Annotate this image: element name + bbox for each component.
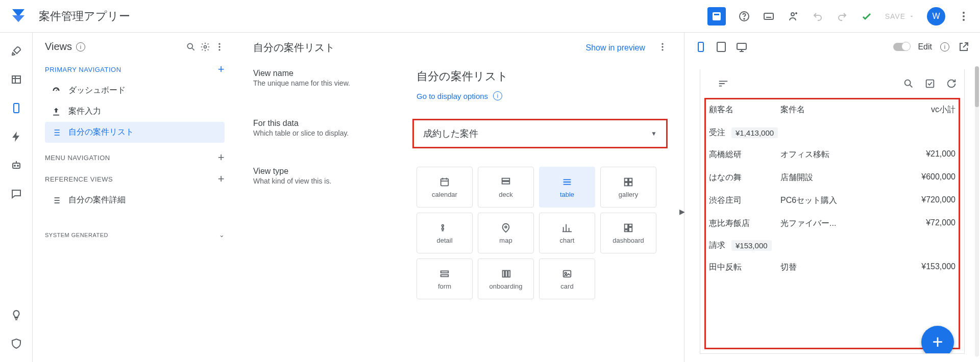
chat-icon[interactable] — [10, 188, 22, 200]
expand-chevron-icon[interactable]: ▶ — [679, 208, 685, 216]
data-icon[interactable] — [10, 73, 22, 86]
svg-rect-37 — [441, 274, 449, 276]
search-icon[interactable] — [186, 42, 196, 52]
app-title: 案件管理アプリー — [39, 9, 130, 24]
gear-icon[interactable] — [200, 42, 210, 52]
add-icon[interactable]: + — [218, 151, 225, 164]
scrollbar[interactable] — [975, 66, 979, 357]
group-amount: ¥1,413,000 — [731, 127, 778, 138]
viewtype-dashboard[interactable]: dashboard — [600, 213, 656, 253]
viewtype-table[interactable]: table — [539, 167, 595, 208]
info-icon[interactable]: i — [940, 42, 949, 51]
view-name-value[interactable]: 自分の案件リスト — [416, 69, 668, 84]
viewtype-deck[interactable]: deck — [478, 167, 534, 208]
table-row[interactable]: 田中反転切替¥153,000 — [709, 256, 955, 279]
group-row[interactable]: 請求 ¥153,000 — [709, 235, 955, 256]
info-icon[interactable]: i — [493, 91, 502, 100]
phone-preview: 顧客名 案件名 vc小計 受注 ¥1,413,000 高橋総研オフィス移転¥21… — [700, 69, 965, 354]
view-item-label: 案件入力 — [68, 106, 101, 117]
avatar[interactable]: W — [927, 7, 945, 25]
add-icon[interactable]: + — [218, 63, 225, 76]
view-item-dashboard[interactable]: ダッシュボード — [45, 80, 225, 101]
section-reference-views[interactable]: REFERENCE VIEWS + — [45, 172, 225, 186]
section-primary-nav[interactable]: PRIMARY NAVIGATION + — [45, 63, 225, 76]
left-rail — [0, 33, 33, 362]
viewtype-onboarding[interactable]: onboarding — [478, 258, 534, 299]
device-desktop-icon[interactable] — [736, 41, 748, 53]
viewtype-gallery[interactable]: gallery — [600, 167, 656, 208]
field-desc-view-name: The unique name for this view. — [253, 79, 416, 87]
viewtype-map[interactable]: map — [478, 213, 534, 253]
undo-icon[interactable] — [812, 10, 824, 22]
field-label-view-name: View name — [253, 69, 416, 78]
more-vert-icon[interactable] — [958, 10, 970, 22]
open-external-icon[interactable] — [958, 41, 970, 53]
more-vert-icon[interactable] — [657, 42, 668, 54]
svg-rect-28 — [629, 182, 632, 185]
checkbox-icon[interactable] — [924, 78, 936, 89]
viewtype-detail[interactable]: detail — [416, 213, 473, 253]
view-item-label: 自分の案件リスト — [68, 127, 134, 138]
automation-icon[interactable] — [10, 131, 22, 143]
redo-icon[interactable] — [836, 10, 848, 22]
search-icon[interactable] — [903, 78, 914, 89]
table-row[interactable]: 渋谷庄司PC6セット購入¥720,000 — [709, 189, 955, 212]
device-phone-icon[interactable] — [695, 41, 707, 53]
col-header[interactable]: 顧客名 — [709, 105, 780, 115]
fab-add-button[interactable]: + — [921, 326, 954, 354]
edit-toggle[interactable] — [893, 43, 910, 51]
sort-icon[interactable] — [718, 78, 729, 89]
field-label-for-this-data: For this data — [253, 119, 412, 128]
center-title: 自分の案件リスト — [253, 41, 335, 55]
help-icon[interactable] — [738, 10, 750, 22]
svg-rect-35 — [625, 229, 628, 231]
svg-point-6 — [963, 12, 965, 14]
device-tablet-icon[interactable] — [715, 41, 727, 53]
group-row[interactable]: 受注 ¥1,413,000 — [709, 122, 955, 143]
info-icon[interactable]: i — [76, 42, 85, 51]
add-icon[interactable]: + — [218, 172, 225, 186]
show-in-preview-link[interactable]: Show in preview — [586, 43, 646, 53]
list-icon — [51, 195, 61, 205]
svg-point-16 — [218, 43, 220, 44]
preview-data-frame: 顧客名 案件名 vc小計 受注 ¥1,413,000 高橋総研オフィス移転¥21… — [704, 98, 960, 349]
go-to-display-options-link[interactable]: Go to display options — [416, 92, 488, 100]
save-button[interactable]: SAVE — [885, 12, 915, 20]
more-vert-icon[interactable] — [214, 42, 225, 52]
table-row[interactable]: はなの舞店舗開設¥600,000 — [709, 166, 955, 189]
col-header[interactable]: vc小計 — [862, 105, 955, 115]
viewtype-form[interactable]: form — [416, 258, 473, 299]
field-desc-for-this-data: Which table or slice to display. — [253, 129, 412, 137]
save-label: SAVE — [885, 12, 905, 20]
col-header[interactable]: 案件名 — [780, 105, 862, 115]
viewtype-calendar[interactable]: calendar — [416, 167, 473, 208]
section-label: MENU NAVIGATION — [45, 154, 110, 162]
svg-rect-25 — [625, 178, 628, 181]
view-item-anken-input[interactable]: 案件入力 — [45, 101, 225, 122]
svg-rect-32 — [625, 224, 628, 228]
svg-rect-4 — [764, 13, 773, 19]
right-panel: Edit i ▶ 顧客名 案件名 vc小計 — [684, 33, 980, 362]
section-menu-nav[interactable]: MENU NAVIGATION + — [45, 151, 225, 164]
shield-icon[interactable] — [10, 338, 22, 350]
svg-rect-39 — [505, 270, 507, 277]
bot-icon[interactable] — [10, 159, 22, 171]
views-icon[interactable] — [10, 102, 22, 114]
keyboard-icon[interactable] — [763, 10, 775, 22]
table-row[interactable]: 恵比寿飯店光ファイバー...¥72,000 — [709, 212, 955, 235]
view-item-my-anken-list[interactable]: 自分の案件リスト — [45, 122, 225, 143]
preview-icon[interactable] — [707, 7, 726, 25]
rocket-icon[interactable] — [10, 45, 22, 57]
section-system-generated[interactable]: SYSTEM GENERATED ⌄ — [45, 231, 225, 239]
viewtype-card[interactable]: card — [539, 258, 595, 299]
section-label: SYSTEM GENERATED — [45, 232, 108, 238]
view-item-my-anken-detail[interactable]: 自分の案件詳細 — [45, 190, 225, 211]
group-label: 請求 — [709, 240, 725, 251]
refresh-icon[interactable] — [946, 78, 957, 89]
section-label: PRIMARY NAVIGATION — [45, 66, 121, 73]
for-this-data-select[interactable]: 成約した案件 ▼ — [412, 119, 668, 148]
add-user-icon[interactable] — [787, 10, 799, 22]
table-row[interactable]: 高橋総研オフィス移転¥21,000 — [709, 143, 955, 166]
viewtype-chart[interactable]: chart — [539, 213, 595, 253]
lightbulb-icon[interactable] — [10, 309, 22, 321]
